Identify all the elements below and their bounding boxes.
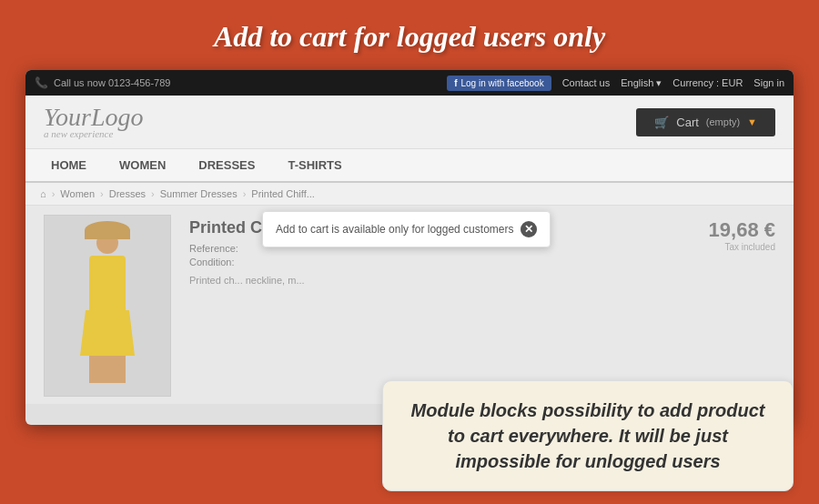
breadcrumb-women[interactable]: Women — [60, 188, 95, 199]
logo-text: YourLogo — [44, 105, 143, 130]
nav-menu: HOME WOMEN DRESSES T-SHIRTS — [25, 149, 794, 183]
contact-link[interactable]: Contact us — [562, 77, 611, 88]
facebook-icon: f — [454, 78, 457, 88]
close-icon: ✕ — [524, 223, 533, 236]
product-figure — [71, 232, 144, 396]
figure-head — [96, 232, 118, 254]
breadcrumb-dresses[interactable]: Dresses — [109, 188, 146, 199]
tooltip-close-button[interactable]: ✕ — [521, 221, 537, 237]
nav-item-tshirts[interactable]: T-SHIRTS — [271, 149, 358, 181]
tax-label: Tax included — [709, 242, 775, 252]
cart-icon: 🛒 — [654, 116, 669, 129]
cart-button[interactable]: 🛒 Cart (empty) ▼ — [636, 108, 775, 136]
facebook-login-button[interactable]: f Log in with facebook — [447, 76, 551, 91]
breadcrumb-summer[interactable]: Summer Dresses — [160, 188, 238, 199]
figure-skirt — [80, 310, 135, 356]
nav-item-dresses[interactable]: DRESSES — [182, 149, 271, 181]
logo: YourLogo a new experience — [44, 105, 143, 139]
figure-body — [89, 256, 126, 310]
product-description: Printed ch... neckline, m... — [189, 275, 691, 286]
cart-status: (empty) — [706, 116, 740, 127]
product-condition: Condition: — [189, 257, 691, 267]
figure-legs — [89, 356, 126, 383]
nav-item-home[interactable]: HOME — [35, 149, 103, 181]
home-icon[interactable]: ⌂ — [40, 188, 46, 199]
header-area: YourLogo a new experience 🛒 Cart (empty)… — [25, 96, 794, 149]
top-bar: 📞 Call us now 0123-456-789 f Log in with… — [25, 70, 794, 96]
phone-icon: 📞 — [35, 76, 48, 89]
price-area: 19,68 € Tax included — [709, 215, 775, 395]
cart-dropdown-icon: ▼ — [747, 116, 757, 127]
figure-hat — [85, 221, 130, 239]
top-bar-left: 📞 Call us now 0123-456-789 — [35, 76, 170, 89]
currency-selector[interactable]: Currency : EUR — [672, 77, 743, 88]
tooltip-popup: Add to cart is available only for logged… — [262, 211, 551, 247]
chevron-down-icon: ▾ — [656, 77, 662, 89]
top-bar-right: f Log in with facebook Contact us Englis… — [447, 76, 784, 91]
browser-window: 📞 Call us now 0123-456-789 f Log in with… — [25, 70, 794, 425]
page-title: Add to cart for logged users only — [0, 0, 819, 70]
phone-number: Call us now 0123-456-789 — [54, 77, 170, 88]
breadcrumb: ⌂ › Women › Dresses › Summer Dresses › P… — [25, 183, 794, 206]
tooltip-message: Add to cart is available only for logged… — [276, 223, 513, 236]
product-image — [44, 215, 171, 397]
product-price: 19,68 € — [709, 218, 775, 242]
nav-item-women[interactable]: WOMEN — [103, 149, 182, 181]
callout-box: Module blocks possibility to add product… — [382, 380, 794, 491]
callout-text: Module blocks possibility to add product… — [411, 400, 765, 471]
signin-link[interactable]: Sign in — [753, 77, 784, 88]
breadcrumb-current: Printed Chiff... — [251, 188, 315, 199]
language-dropdown[interactable]: English ▾ — [621, 77, 662, 89]
